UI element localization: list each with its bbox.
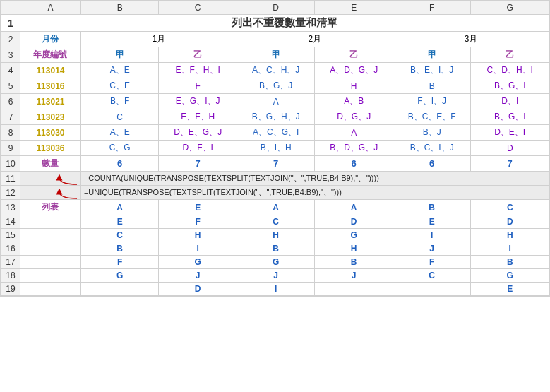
title-cell: 列出不重覆數量和清單 bbox=[20, 15, 549, 32]
month-label-cell: 月份 bbox=[20, 32, 81, 47]
list-label-cell: 列表 bbox=[20, 200, 81, 215]
list-d-3: B bbox=[237, 242, 315, 256]
list-e-5: J bbox=[315, 269, 393, 283]
row-num-15: 15 bbox=[1, 229, 20, 242]
list-e-2: G bbox=[315, 229, 393, 242]
cell-c4: E、F、H、I bbox=[159, 63, 237, 78]
cell-b4: A、E bbox=[80, 63, 159, 78]
month-3: 3月 bbox=[393, 32, 549, 47]
cell-d6: A bbox=[237, 94, 315, 109]
cell-c5: F bbox=[159, 78, 237, 94]
list-c-3: I bbox=[159, 242, 237, 256]
data-row-6: 6 113021 B、F E、G、I、J A A、B F、I、J D、I bbox=[1, 94, 549, 109]
list-row-15: 15 C H H G I H bbox=[1, 229, 549, 242]
cell-b6: B、F bbox=[80, 94, 159, 109]
list-row-14: 14 E F C D E D bbox=[1, 215, 549, 229]
spreadsheet: A B C D E F G 1 列出不重覆數量和清單 2 月份 1月 2月 3月 bbox=[0, 0, 550, 297]
list-a-5 bbox=[20, 269, 81, 283]
col-header-d: D bbox=[237, 1, 315, 15]
cell-e7: D、G、J bbox=[315, 109, 393, 125]
formula-row-2: 12 =UNIQUE(TRANSPOSE(TEXTSPLIT(TEXTJOIN(… bbox=[1, 186, 549, 200]
list-f-0: B bbox=[393, 200, 471, 215]
corner-cell bbox=[1, 1, 20, 15]
cell-b7: C bbox=[80, 109, 159, 125]
list-g-3: I bbox=[471, 242, 549, 256]
col-header-g: G bbox=[471, 1, 549, 15]
list-g-1: D bbox=[471, 215, 549, 229]
list-e-1: D bbox=[315, 215, 393, 229]
list-b-4: F bbox=[80, 256, 159, 269]
list-row-17: 17 F G G B F B bbox=[1, 256, 549, 269]
cell-f7: B、C、E、F bbox=[393, 109, 471, 125]
month-row: 2 月份 1月 2月 3月 bbox=[1, 32, 549, 47]
list-g-2: H bbox=[471, 229, 549, 242]
list-c-4: G bbox=[159, 256, 237, 269]
list-b-3: B bbox=[80, 242, 159, 256]
cell-f6: F、I、J bbox=[393, 94, 471, 109]
list-e-0: A bbox=[315, 200, 393, 215]
list-d-2: H bbox=[237, 229, 315, 242]
cell-f5: B bbox=[393, 78, 471, 94]
cell-f9: B、C、I、J bbox=[393, 141, 471, 156]
cell-e5: H bbox=[315, 78, 393, 94]
cell-d4: A、C、H、J bbox=[237, 63, 315, 78]
list-row-19: 19 D I E bbox=[1, 283, 549, 296]
list-g-0: C bbox=[471, 200, 549, 215]
list-g-6: E bbox=[471, 283, 549, 296]
list-a-3 bbox=[20, 242, 81, 256]
cell-b9: C、G bbox=[80, 141, 159, 156]
count-label: 數量 bbox=[20, 156, 81, 172]
list-f-4: F bbox=[393, 256, 471, 269]
count-b: 6 bbox=[80, 156, 159, 172]
cell-g5: B、G、I bbox=[471, 78, 549, 94]
list-c-1: F bbox=[159, 215, 237, 229]
list-b-6 bbox=[80, 283, 159, 296]
data-row-5: 5 113016 C、E F B、G、J H B B、G、I bbox=[1, 78, 549, 94]
list-b-0: A bbox=[80, 200, 159, 215]
row-num-2: 2 bbox=[1, 32, 20, 47]
cell-f4: B、E、I、J bbox=[393, 63, 471, 78]
data-row-7: 7 113023 C E、F、H B、G、H、J D、G、J B、C、E、F B… bbox=[1, 109, 549, 125]
formula-2-cell: =UNIQUE(TRANSPOSE(TEXTSPLIT(TEXTJOIN("、"… bbox=[80, 186, 549, 200]
month-2: 2月 bbox=[237, 32, 393, 47]
id-5: 113016 bbox=[20, 78, 81, 94]
list-row-18: 18 G J J J C G bbox=[1, 269, 549, 283]
data-row-8: 8 113030 A、E D、E、G、J A、C、G、I A B、J D、E、I bbox=[1, 125, 549, 141]
row-num-19: 19 bbox=[1, 283, 20, 296]
month-1: 1月 bbox=[80, 32, 237, 47]
list-a-6 bbox=[20, 283, 81, 296]
count-f: 6 bbox=[393, 156, 471, 172]
row-num-16: 16 bbox=[1, 242, 20, 256]
row-num-7: 7 bbox=[1, 109, 20, 125]
count-g: 7 bbox=[471, 156, 549, 172]
cell-e4: A、D、G、J bbox=[315, 63, 393, 78]
col-header-e: E bbox=[315, 1, 393, 15]
cell-g9: D bbox=[471, 141, 549, 156]
cell-c9: D、F、I bbox=[159, 141, 237, 156]
row-num-8: 8 bbox=[1, 125, 20, 141]
col-header-f: F bbox=[393, 1, 471, 15]
list-f-1: E bbox=[393, 215, 471, 229]
list-f-2: I bbox=[393, 229, 471, 242]
subheader-yi-2: 乙 bbox=[315, 47, 393, 63]
count-row: 10 數量 6 7 7 6 6 7 bbox=[1, 156, 549, 172]
list-e-4: B bbox=[315, 256, 393, 269]
col-header-b: B bbox=[80, 1, 159, 15]
id-6: 113021 bbox=[20, 94, 81, 109]
row-num-14: 14 bbox=[1, 215, 20, 229]
count-e: 6 bbox=[315, 156, 393, 172]
subheader-jia-3: 甲 bbox=[393, 47, 471, 63]
list-row-16: 16 B I B H J I bbox=[1, 242, 549, 256]
row-num-3: 3 bbox=[1, 47, 20, 63]
arrow-indicator-2 bbox=[20, 186, 81, 200]
arrow-svg-1 bbox=[52, 172, 80, 186]
list-c-5: J bbox=[159, 269, 237, 283]
list-a-2 bbox=[20, 229, 81, 242]
cell-g7: B、G、I bbox=[471, 109, 549, 125]
row-num-11: 11 bbox=[1, 172, 20, 186]
row-num-13: 13 bbox=[1, 200, 20, 215]
list-g-4: B bbox=[471, 256, 549, 269]
cell-f8: B、J bbox=[393, 125, 471, 141]
list-row-13: 13 列表 A E A A B C bbox=[1, 200, 549, 215]
list-f-6 bbox=[393, 283, 471, 296]
